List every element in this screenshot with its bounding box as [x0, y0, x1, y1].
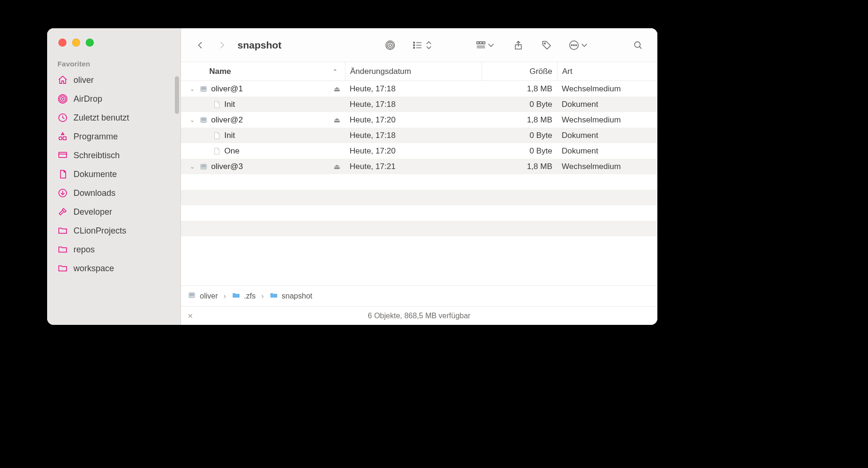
sidebar-item-label: workspace [74, 264, 114, 274]
column-header-date[interactable]: Änderungsdatum [345, 62, 482, 81]
svg-point-41 [202, 168, 203, 169]
disk-icon [188, 291, 196, 301]
column-header-size[interactable]: Größe [482, 62, 557, 81]
file-name: Init [224, 100, 235, 109]
svg-point-9 [389, 44, 392, 47]
disclosure-triangle-icon[interactable]: ⌄ [188, 86, 196, 92]
file-row[interactable]: ⌄oliver@3⏏Heute, 17:211,8 MBWechselmediu… [181, 159, 657, 174]
sidebar-item-airdrop[interactable]: AirDrop [47, 89, 180, 108]
svg-point-28 [575, 44, 576, 45]
group-by-button[interactable] [473, 36, 499, 54]
sidebar-item-zuletzt-benutzt[interactable]: Zuletzt benutzt [47, 108, 180, 127]
hammer-icon [57, 207, 68, 217]
folder-icon [270, 291, 278, 301]
file-row[interactable]: ⌄oliver@1⏏Heute, 17:181,8 MBWechselmediu… [181, 81, 657, 97]
svg-point-37 [202, 121, 203, 122]
sidebar-item-developer[interactable]: Developer [47, 202, 180, 221]
sidebar-item-dokumente[interactable]: Dokumente [47, 165, 180, 184]
eject-icon[interactable]: ⏏ [334, 162, 340, 171]
file-size: 0 Byte [482, 146, 557, 156]
file-row[interactable]: OneHeute, 17:200 ByteDokument [181, 143, 657, 159]
empty-row [181, 205, 657, 221]
zoom-window-button[interactable] [86, 39, 94, 47]
column-header-kind[interactable]: Art [557, 62, 657, 81]
column-headers: Name ⌃ Änderungsdatum Größe Art [181, 62, 657, 81]
file-name: oliver@3 [211, 162, 243, 171]
eject-icon[interactable]: ⏏ [334, 116, 340, 124]
file-date: Heute, 17:21 [345, 162, 482, 171]
doc-icon [57, 169, 68, 179]
path-segment[interactable]: .zfs [232, 291, 256, 301]
empty-row [181, 190, 657, 205]
svg-point-26 [571, 44, 572, 45]
airdrop-button[interactable] [381, 36, 399, 54]
file-kind: Wechselmedium [557, 162, 657, 171]
window-title: snapshot [237, 40, 281, 51]
folder-icon [57, 244, 68, 255]
sidebar-heading-favorites: Favoriten [47, 60, 180, 68]
path-separator-icon: › [223, 292, 226, 300]
path-segment-label: snapshot [282, 292, 312, 300]
tags-button[interactable] [538, 36, 556, 54]
empty-row [181, 236, 657, 252]
chevron-down-icon [486, 40, 496, 50]
sidebar-item-workspace[interactable]: workspace [47, 259, 180, 278]
forward-button[interactable] [213, 36, 231, 54]
toolbar: snapshot [181, 28, 657, 62]
sidebar-item-downloads[interactable]: Downloads [47, 184, 180, 202]
status-close-icon[interactable]: ✕ [188, 312, 193, 320]
svg-point-13 [413, 44, 415, 46]
column-header-name[interactable]: Name ⌃ [181, 62, 345, 81]
file-size: 1,8 MB [482, 84, 557, 94]
back-button[interactable] [191, 36, 209, 54]
file-row[interactable]: ⌄oliver@2⏏Heute, 17:201,8 MBWechselmediu… [181, 112, 657, 128]
svg-point-24 [544, 42, 546, 44]
sidebar-item-label: Zuletzt benutzt [74, 113, 129, 123]
file-size: 1,8 MB [482, 162, 557, 171]
sidebar-item-label: Downloads [74, 188, 115, 198]
airdrop-icon [57, 94, 68, 104]
sidebar-item-label: repos [74, 245, 95, 255]
sidebar-item-label: Dokumente [74, 169, 117, 179]
svg-point-14 [413, 47, 415, 48]
file-date: Heute, 17:18 [345, 131, 482, 140]
file-name: One [224, 146, 239, 156]
disclosure-triangle-icon[interactable]: ⌄ [188, 163, 196, 170]
file-row[interactable]: InitHeute, 17:180 ByteDokument [181, 128, 657, 143]
sidebar-scrollbar-thumb[interactable] [175, 76, 179, 114]
desktop-icon [57, 150, 68, 161]
sidebar-item-programme[interactable]: Programme [47, 127, 180, 146]
actions-button[interactable] [566, 36, 592, 54]
svg-rect-40 [202, 165, 205, 167]
chevron-left-icon [195, 40, 205, 50]
view-mode-button[interactable] [409, 36, 436, 54]
file-size: 1,8 MB [482, 115, 557, 125]
sidebar-item-schreibtisch[interactable]: Schreibtisch [47, 146, 180, 165]
svg-rect-44 [190, 294, 194, 296]
path-segment[interactable]: snapshot [270, 291, 312, 301]
file-name: oliver@2 [211, 115, 243, 125]
svg-point-12 [413, 42, 415, 43]
folder-icon [232, 291, 240, 301]
sidebar-item-clionprojects[interactable]: CLionProjects [47, 221, 180, 240]
eject-icon[interactable]: ⏏ [334, 85, 340, 93]
tag-icon [541, 40, 552, 50]
minimize-window-button[interactable] [72, 39, 80, 47]
sidebar-item-repos[interactable]: repos [47, 240, 180, 259]
svg-rect-5 [63, 137, 66, 139]
share-button[interactable] [509, 36, 527, 54]
search-button[interactable] [629, 36, 647, 54]
path-segment[interactable]: oliver [188, 291, 218, 301]
file-date: Heute, 17:20 [345, 115, 482, 125]
clock-icon [57, 113, 68, 123]
empty-row [181, 221, 657, 236]
svg-point-38 [203, 121, 204, 122]
path-segment-label: .zfs [244, 292, 256, 300]
svg-rect-18 [477, 41, 479, 44]
airdrop-icon [385, 40, 395, 50]
sidebar-item-oliver[interactable]: oliver [47, 71, 180, 89]
file-row[interactable]: InitHeute, 17:180 ByteDokument [181, 97, 657, 112]
disclosure-triangle-icon[interactable]: ⌄ [188, 117, 196, 123]
close-window-button[interactable] [58, 39, 66, 47]
file-kind: Dokument [557, 146, 657, 156]
